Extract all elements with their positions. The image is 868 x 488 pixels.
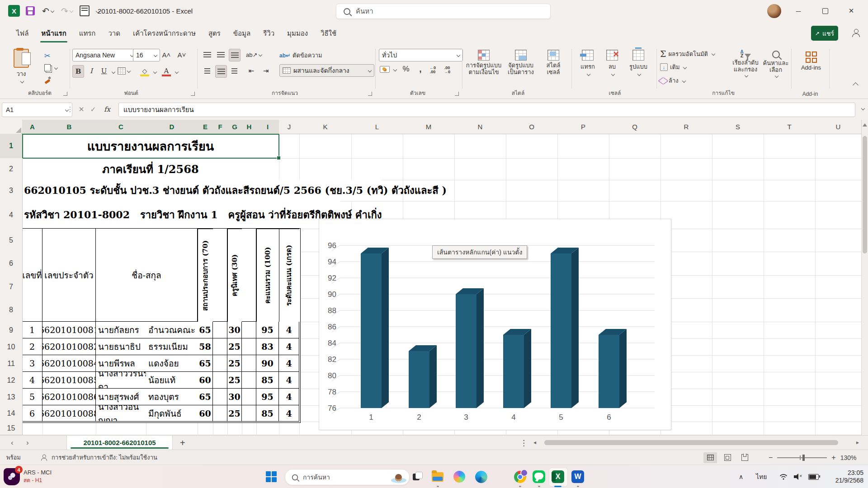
format-cells-button[interactable]: รูปแบบ xyxy=(625,50,652,75)
sheet-tab[interactable]: 20101-8002-662010105 xyxy=(66,436,173,450)
column-header-U[interactable]: U xyxy=(815,120,862,134)
volume-muted-icon[interactable]: × xyxy=(794,465,802,488)
tab-home[interactable]: หน้าแรก xyxy=(35,22,72,45)
cut-button[interactable]: ✂ xyxy=(44,52,50,60)
vscroll-thumb[interactable] xyxy=(863,136,867,253)
word-button[interactable]: W xyxy=(571,469,585,484)
row2-id[interactable]: 66201010082 xyxy=(42,338,96,355)
font-size-select[interactable]: 16 xyxy=(133,49,160,61)
addins-button[interactable]: Add-ins xyxy=(798,52,824,71)
page-layout-view-button[interactable] xyxy=(721,452,734,463)
increase-indent-icon[interactable]: ⇥ xyxy=(260,65,271,77)
clear-button[interactable]: ล้าง xyxy=(660,76,685,85)
row5-grade[interactable]: 4 xyxy=(279,389,299,405)
column-header-B[interactable]: B xyxy=(42,120,96,135)
column-header-N[interactable]: N xyxy=(454,120,506,134)
row3-lastname[interactable]: แดงจ้อย xyxy=(146,355,200,372)
row5-total[interactable]: 95 xyxy=(256,389,279,405)
header-id[interactable]: เลขประจำตัว xyxy=(42,229,96,322)
row3-blank2[interactable] xyxy=(242,355,256,372)
align-right-icon[interactable] xyxy=(229,65,240,77)
share-button[interactable]: ↗แชร์ xyxy=(811,26,838,41)
column-header-L[interactable]: L xyxy=(351,120,403,134)
row-header-12[interactable]: 12 xyxy=(0,372,23,389)
row6-workplace-score[interactable]: 60 xyxy=(198,405,213,422)
tab-view[interactable]: มุมมอง xyxy=(281,22,314,45)
comma-style-button[interactable]: , xyxy=(415,63,426,75)
header-grade[interactable]: ระดับคะแนน (เกรด) xyxy=(279,229,299,322)
battery-icon[interactable] xyxy=(808,465,819,488)
clipboard-dialog-launcher-icon[interactable] xyxy=(63,92,67,96)
row5-workplace-score[interactable]: 65 xyxy=(198,389,213,405)
column-header-T[interactable]: T xyxy=(764,120,816,134)
cell-a3-class-info[interactable]: 662010105 ระดับชั้น ปวช.3 ช่างยนต์ ตัวถั… xyxy=(22,180,381,201)
select-all-corner[interactable] xyxy=(0,120,23,134)
row4-grade[interactable]: 4 xyxy=(279,372,299,389)
row-header-9[interactable]: 9 xyxy=(0,322,23,339)
align-top-icon[interactable] xyxy=(202,49,212,61)
tab-draw[interactable]: วาด xyxy=(102,22,127,45)
normal-view-button[interactable] xyxy=(703,452,717,463)
accounting-format-button[interactable] xyxy=(380,66,396,73)
column-header-S[interactable]: S xyxy=(712,120,764,134)
search-input[interactable]: ค้นหา xyxy=(336,4,551,19)
autosum-button[interactable]: Σผลรวมอัตโนมัติ xyxy=(660,49,715,59)
row-header-11[interactable]: 11 xyxy=(0,355,23,372)
row4-total[interactable]: 85 xyxy=(256,372,279,389)
row6-blank1[interactable] xyxy=(213,405,227,422)
italic-button[interactable]: I xyxy=(86,65,97,77)
tab-data[interactable]: ข้อมูล xyxy=(227,22,257,45)
conditional-formatting-button[interactable]: การจัดรูปแบบตามเงื่อนไข xyxy=(466,50,502,75)
column-header-O[interactable]: O xyxy=(506,120,558,134)
fill-color-button[interactable]: ◇ xyxy=(139,65,150,77)
row5-blank2[interactable] xyxy=(242,389,256,405)
cell-a2-term[interactable]: ภาคเรียนที่ 1/2568 xyxy=(22,158,279,180)
increase-font-icon[interactable]: A˄ xyxy=(161,49,172,61)
column-header-R[interactable]: R xyxy=(660,120,712,134)
orientation-button[interactable]: ab↗ xyxy=(246,49,262,61)
maximize-button[interactable] xyxy=(815,0,835,22)
decrease-decimal-button[interactable]: .00→0 xyxy=(444,66,450,74)
row6-supervisor-score[interactable]: 25 xyxy=(227,405,242,422)
row2-total[interactable]: 83 xyxy=(256,338,279,355)
hscroll-thumb[interactable] xyxy=(544,440,838,445)
column-header-I[interactable]: I xyxy=(256,120,279,135)
row5-lastname[interactable]: ทองบุตร xyxy=(146,389,200,405)
row5-supervisor-score[interactable]: 30 xyxy=(227,389,242,405)
insert-cells-button[interactable]: แทรก xyxy=(576,50,599,75)
decrease-indent-icon[interactable]: ⇤ xyxy=(246,65,257,77)
row1-firstname[interactable]: นายกัลยกร xyxy=(96,322,148,338)
row2-lastname[interactable]: ธรรมเนียม xyxy=(146,338,200,355)
row6-total[interactable]: 85 xyxy=(256,405,279,422)
enter-icon[interactable]: ✓ xyxy=(88,103,99,116)
tab-file[interactable]: ไฟล์ xyxy=(10,22,35,45)
tray-expand-icon[interactable]: ∧ xyxy=(739,465,743,488)
chrome-button[interactable] xyxy=(513,469,527,484)
accessibility-status[interactable]: การช่วยสำหรับการเข้าถึง: ไม่พร้อมใช้งาน xyxy=(40,450,157,465)
column-header-C[interactable]: C xyxy=(96,120,146,135)
row6-blank2[interactable] xyxy=(242,405,256,422)
column-header-E[interactable]: E xyxy=(198,120,213,135)
save-icon[interactable] xyxy=(23,0,38,22)
row1-total[interactable]: 95 xyxy=(256,322,279,338)
row3-supervisor-score[interactable]: 25 xyxy=(227,355,242,372)
header-total[interactable]: คะแนนรวม (100) xyxy=(256,229,279,322)
row2-blank2[interactable] xyxy=(242,338,256,355)
sort-filter-button[interactable]: AZ เรียงลำดับและกรอง xyxy=(731,50,760,77)
format-as-table-button[interactable]: จัดรูปแบบเป็นตาราง xyxy=(504,50,538,75)
row5-no[interactable]: 5 xyxy=(22,389,42,405)
close-button[interactable]: ✕ xyxy=(841,0,862,22)
row3-grade[interactable]: 4 xyxy=(279,355,299,372)
expand-formula-bar-icon[interactable] xyxy=(861,107,865,110)
increase-decimal-button[interactable]: ←0.00 xyxy=(429,66,436,74)
sheet-grid[interactable]: แบบรายงานผลการเรียนภาคเรียนที่ 1/2568662… xyxy=(0,120,868,435)
edge-button[interactable] xyxy=(474,469,488,484)
row1-supervisor-score[interactable]: 30 xyxy=(227,322,242,338)
underline-button[interactable]: U xyxy=(99,65,109,77)
row-header-13[interactable]: 13 xyxy=(0,389,23,406)
tab-help[interactable]: วิธีใช้ xyxy=(314,22,343,45)
number-format-select[interactable]: ทั่วไป xyxy=(379,49,463,61)
task-view-button[interactable] xyxy=(410,469,425,484)
language-indicator[interactable]: ไทย xyxy=(756,465,767,488)
row-header-5[interactable]: 5 xyxy=(0,229,23,252)
